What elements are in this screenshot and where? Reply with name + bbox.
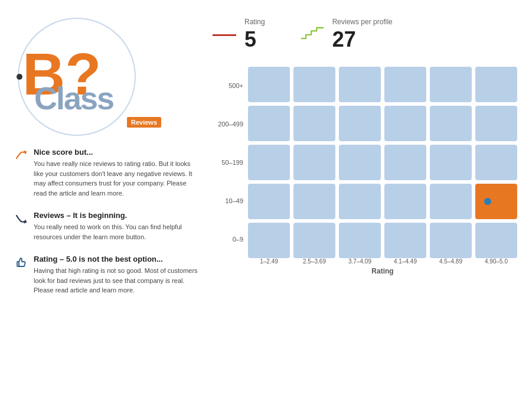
grid-row-3: B? bbox=[248, 184, 517, 219]
x-label-1: 2.5–3.69 bbox=[293, 258, 335, 265]
x-label-4: 4.5–4.89 bbox=[430, 258, 472, 265]
grid-row-0 bbox=[248, 67, 517, 102]
cell-3-3 bbox=[384, 184, 426, 219]
x-axis: 1–2.49 2.5–3.69 3.7–4.09 4.1–4.49 4.5–4.… bbox=[248, 258, 517, 265]
x-axis-title: Rating bbox=[248, 267, 517, 275]
y-label-4: 0–9 bbox=[233, 222, 243, 257]
grid-cells: B? bbox=[248, 67, 517, 258]
cell-3-0 bbox=[248, 184, 290, 219]
cell-2-5 bbox=[475, 145, 517, 180]
y-axis: 500+ 200–499 50–199 10–49 0–9 bbox=[213, 67, 248, 258]
cell-1-2 bbox=[339, 106, 381, 141]
cell-2-3 bbox=[384, 145, 426, 180]
dot-indicator bbox=[17, 74, 22, 80]
cell-0-0 bbox=[248, 67, 290, 102]
insight-item-rating-not-best: Rating – 5.0 is not the best option... H… bbox=[15, 255, 201, 295]
y-label-1: 200–499 bbox=[218, 106, 243, 142]
svg-rect-0 bbox=[17, 262, 19, 266]
cell-2-4 bbox=[430, 145, 472, 180]
cell-0-1 bbox=[293, 67, 335, 102]
stats-row: Rating 5 Reviews per profile 27 bbox=[213, 12, 517, 52]
insight-body-2: Having that high rating is not so good. … bbox=[34, 266, 201, 295]
cell-3-1 bbox=[293, 184, 335, 219]
cell-0-5 bbox=[475, 67, 517, 102]
insight-body-0: You have really nice reviews to rating r… bbox=[34, 159, 201, 198]
insight-item-reviews-beginning: Reviews – It is beginning. You really ne… bbox=[15, 211, 201, 242]
right-panel: Rating 5 Reviews per profile 27 bbox=[201, 12, 517, 408]
rating-stat: Rating 5 bbox=[213, 18, 265, 52]
cell-1-4 bbox=[430, 106, 472, 141]
x-label-0: 1–2.49 bbox=[248, 258, 290, 265]
cell-0-3 bbox=[384, 67, 426, 102]
insights-section: Nice score but... You have really nice r… bbox=[12, 148, 201, 295]
x-label-3: 4.1–4.49 bbox=[384, 258, 426, 265]
cell-3-2 bbox=[339, 184, 381, 219]
reviews-per-profile-label: Reviews per profile bbox=[332, 18, 393, 26]
cell-3-4 bbox=[430, 184, 472, 219]
cell-4-5 bbox=[475, 223, 517, 258]
rating-line-icon bbox=[213, 34, 236, 36]
cell-4-2 bbox=[339, 223, 381, 258]
insight-title-0: Nice score but... bbox=[34, 148, 201, 157]
grid-row-4 bbox=[248, 223, 517, 258]
insight-body-1: You really need to work on this. You can… bbox=[34, 222, 201, 242]
class-prefix-label: Class bbox=[34, 80, 113, 116]
rating-value: 5 bbox=[244, 27, 265, 52]
cell-1-5 bbox=[475, 106, 517, 141]
reviews-per-profile-value: 27 bbox=[332, 27, 393, 52]
left-panel: Class B ? Reviews Nice score but... You … bbox=[12, 12, 201, 408]
grid-wrapper: 500+ 200–499 50–199 10–49 0–9 bbox=[213, 67, 517, 408]
x-label-5: 4.90–5.0 bbox=[475, 258, 517, 265]
cell-4-4 bbox=[430, 223, 472, 258]
reviews-steps-icon bbox=[301, 25, 324, 44]
grid-row-2 bbox=[248, 145, 517, 180]
reviews-per-profile-stat: Reviews per profile 27 bbox=[301, 18, 393, 52]
cell-2-1 bbox=[293, 145, 335, 180]
cell-b-label: B? bbox=[501, 197, 512, 207]
cell-0-4 bbox=[430, 67, 472, 102]
up-arrow-icon bbox=[15, 149, 28, 162]
x-label-2: 3.7–4.09 bbox=[339, 258, 381, 265]
position-dot bbox=[484, 198, 491, 205]
grid-row-1 bbox=[248, 106, 517, 141]
cell-1-1 bbox=[293, 106, 335, 141]
thumbs-up-icon bbox=[15, 256, 28, 269]
y-label-3: 10–49 bbox=[225, 183, 243, 219]
grid-area: 500+ 200–499 50–199 10–49 0–9 bbox=[213, 67, 517, 258]
cell-0-2 bbox=[339, 67, 381, 102]
cell-2-2 bbox=[339, 145, 381, 180]
insight-title-2: Rating – 5.0 is not the best option... bbox=[34, 255, 201, 263]
cell-4-0 bbox=[248, 223, 290, 258]
y-label-2: 50–199 bbox=[221, 145, 243, 180]
y-label-0: 500+ bbox=[228, 68, 243, 103]
cell-4-1 bbox=[293, 223, 335, 258]
rating-label: Rating bbox=[244, 18, 265, 26]
cell-3-5-active: B? bbox=[475, 184, 517, 219]
cell-1-0 bbox=[248, 106, 290, 141]
cell-2-0 bbox=[248, 145, 290, 180]
insight-item-nice-score: Nice score but... You have really nice r… bbox=[15, 148, 201, 198]
reviews-tag: Reviews bbox=[127, 117, 161, 128]
x-axis-container: 1–2.49 2.5–3.69 3.7–4.09 4.1–4.49 4.5–4.… bbox=[248, 258, 517, 265]
insight-title-1: Reviews – It is beginning. bbox=[34, 211, 201, 220]
cell-1-3 bbox=[384, 106, 426, 141]
down-arrow-icon bbox=[15, 212, 28, 225]
cell-4-3 bbox=[384, 223, 426, 258]
